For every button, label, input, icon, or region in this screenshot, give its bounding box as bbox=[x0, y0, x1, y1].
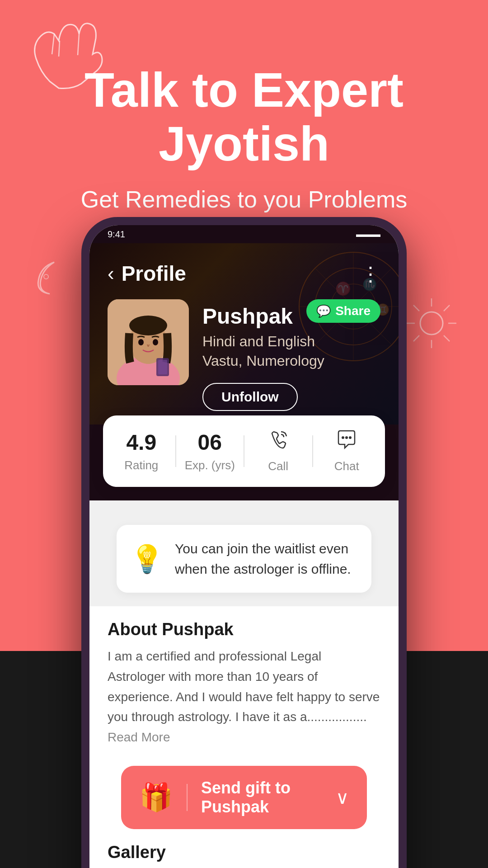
gift-button[interactable]: 🎁 Send gift to Pushpak ∨ bbox=[121, 766, 367, 829]
avatar-image bbox=[108, 299, 189, 385]
stat-rating: 4.9 Rating bbox=[108, 430, 175, 472]
svg-point-0 bbox=[44, 274, 48, 279]
profile-info: 💬 Share bbox=[108, 299, 380, 411]
gallery-section: Gallery bbox=[108, 838, 380, 868]
rating-value: 4.9 bbox=[126, 430, 156, 455]
status-bar: 9:41 ▬▬▬ bbox=[89, 225, 399, 243]
svg-line-8 bbox=[444, 305, 450, 311]
svg-line-9 bbox=[413, 335, 419, 341]
svg-point-29 bbox=[342, 436, 344, 439]
stat-experience: 06 Exp. (yrs) bbox=[176, 430, 244, 472]
exp-value: 06 bbox=[198, 430, 222, 455]
call-icon bbox=[267, 429, 289, 456]
back-button[interactable]: ‹ Profile bbox=[108, 261, 186, 286]
sun-icon bbox=[402, 294, 461, 353]
gift-divider bbox=[187, 784, 188, 811]
page-title: Profile bbox=[122, 261, 186, 286]
bulb-icon: 💡 bbox=[130, 543, 164, 575]
content-card: About Pushpak I am a certified and profe… bbox=[89, 606, 399, 868]
svg-point-30 bbox=[345, 436, 348, 439]
chat-icon bbox=[336, 429, 357, 456]
profile-header: ♈ ♏ ♊ ‹ Profile ⋮ 💬 S bbox=[89, 243, 399, 425]
svg-point-26 bbox=[153, 339, 158, 345]
phone-screen: 9:41 ▬▬▬ ♈ ♏ ♊ bbox=[89, 225, 399, 868]
chevron-down-icon: ∨ bbox=[336, 787, 349, 808]
profile-specialities: Vastu, Numerology bbox=[202, 353, 380, 369]
gallery-title: Gallery bbox=[108, 843, 380, 862]
svg-point-31 bbox=[349, 436, 352, 439]
gift-icon: 🎁 bbox=[139, 781, 173, 813]
info-banner-text: You can join the waitlist even when the … bbox=[175, 538, 358, 579]
stat-chat[interactable]: Chat bbox=[313, 429, 381, 473]
top-nav: ‹ Profile ⋮ bbox=[108, 261, 380, 286]
about-section: About Pushpak I am a certified and profe… bbox=[108, 620, 380, 757]
stat-call[interactable]: Call bbox=[244, 429, 312, 473]
gift-label: Send gift to Pushpak bbox=[201, 778, 327, 816]
call-label: Call bbox=[268, 459, 288, 473]
phone-frame: 9:41 ▬▬▬ ♈ ♏ ♊ bbox=[81, 217, 407, 868]
svg-point-25 bbox=[138, 339, 144, 345]
svg-line-7 bbox=[444, 335, 450, 341]
whatsapp-icon: 💬 bbox=[316, 304, 331, 318]
more-options-button[interactable]: ⋮ bbox=[361, 262, 380, 285]
about-text: I am a certified and professional Legal … bbox=[108, 646, 380, 748]
svg-point-24 bbox=[129, 316, 167, 335]
hero-title: Talk to Expert Jyotish bbox=[0, 63, 488, 171]
info-banner: 💡 You can join the waitlist even when th… bbox=[117, 525, 371, 593]
chat-label: Chat bbox=[334, 459, 359, 473]
about-title: About Pushpak bbox=[108, 620, 380, 639]
svg-rect-28 bbox=[158, 360, 167, 374]
unfollow-button[interactable]: Unfollow bbox=[202, 383, 298, 411]
back-arrow-icon: ‹ bbox=[108, 262, 114, 285]
share-button[interactable]: 💬 Share bbox=[306, 299, 380, 323]
svg-line-6 bbox=[413, 305, 419, 311]
profile-languages: Hindi and English bbox=[202, 333, 380, 350]
exp-label: Exp. (yrs) bbox=[185, 458, 235, 472]
moon-icon bbox=[27, 253, 72, 298]
share-label: Share bbox=[335, 304, 371, 318]
svg-point-1 bbox=[420, 312, 443, 335]
avatar bbox=[108, 299, 189, 385]
read-more-link[interactable]: Read More bbox=[108, 730, 170, 744]
stats-bar: 4.9 Rating 06 Exp. (yrs) bbox=[103, 415, 385, 487]
rating-label: Rating bbox=[124, 458, 158, 472]
